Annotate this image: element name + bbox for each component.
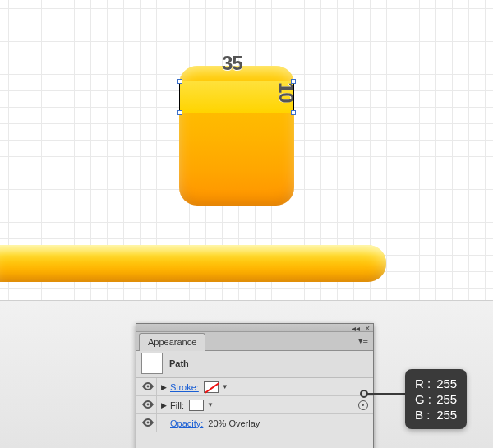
- fx-target-icon[interactable]: [358, 400, 368, 410]
- disclosure-icon[interactable]: ▶: [157, 383, 170, 391]
- visibility-toggle-icon[interactable]: [139, 396, 157, 413]
- rgb-r-value: 255: [436, 376, 457, 390]
- callout-connector: [363, 393, 406, 395]
- stroke-swatch-none[interactable]: [204, 381, 219, 393]
- appearance-panel: ◂◂ × Appearance ▾≡ Path ▶ Stroke: ▼ ▶: [136, 323, 374, 448]
- disclosure-icon[interactable]: ▶: [157, 401, 170, 409]
- appearance-object-row[interactable]: Path: [136, 351, 373, 378]
- attr-row-fill[interactable]: ▶ Fill: ▼: [136, 396, 373, 414]
- rgb-b-label: B :: [415, 407, 433, 423]
- rgb-g-label: G :: [415, 391, 433, 407]
- anchor-top-left[interactable]: [177, 79, 182, 84]
- attr-row-stroke[interactable]: ▶ Stroke: ▼: [136, 378, 373, 396]
- rgb-callout: R : 255 G : 255 B : 255: [405, 369, 467, 429]
- rgb-b-value: 255: [436, 408, 457, 422]
- stroke-swatch-dropdown-icon[interactable]: ▼: [222, 383, 230, 390]
- opacity-link[interactable]: Opacity:: [170, 418, 203, 428]
- visibility-toggle-icon[interactable]: [139, 378, 157, 395]
- callout-anchor-dot: [360, 390, 368, 398]
- svg-point-1: [146, 404, 149, 406]
- fill-swatch-dropdown-icon[interactable]: ▼: [207, 401, 215, 409]
- svg-point-0: [146, 386, 149, 388]
- svg-point-2: [146, 422, 149, 424]
- dimension-height-label: 10: [274, 82, 297, 103]
- artboard-canvas[interactable]: 35 10: [0, 0, 493, 300]
- opacity-value: 20% Overlay: [208, 418, 260, 428]
- fill-label: Fill:: [170, 400, 184, 410]
- appearance-empty-row: [136, 432, 373, 448]
- fill-swatch-white[interactable]: [189, 400, 204, 411]
- object-type-label: Path: [169, 358, 189, 368]
- tab-appearance[interactable]: Appearance: [139, 333, 205, 351]
- panel-menu-icon[interactable]: ▾≡: [358, 335, 368, 346]
- dimension-width-label: 35: [222, 52, 242, 75]
- anchor-bottom-right[interactable]: [291, 110, 296, 115]
- stroke-link[interactable]: Stroke:: [170, 382, 199, 392]
- appearance-attribute-list: ▶ Stroke: ▼ ▶ Fill: ▼ Opacity: 20% Ove: [136, 378, 373, 448]
- panel-titlebar[interactable]: ◂◂ ×: [136, 324, 373, 332]
- attr-row-opacity[interactable]: Opacity: 20% Overlay: [136, 414, 373, 432]
- anchor-bottom-left[interactable]: [177, 110, 182, 115]
- object-thumbnail: [141, 353, 163, 374]
- panel-tabstrip: Appearance ▾≡: [136, 332, 373, 351]
- rgb-g-value: 255: [436, 392, 457, 406]
- visibility-toggle-icon[interactable]: [139, 414, 157, 432]
- rgb-r-label: R :: [415, 376, 433, 391]
- yellow-bar[interactable]: [0, 245, 386, 282]
